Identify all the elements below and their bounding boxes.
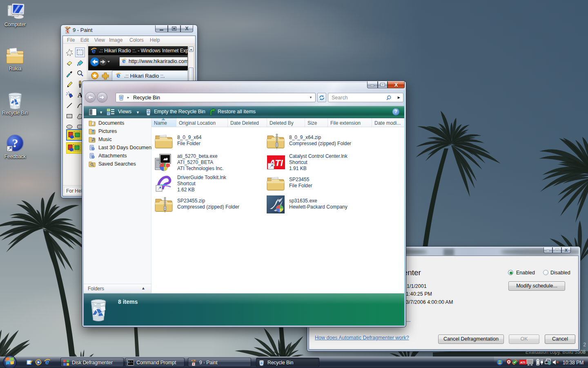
svg-text:C:\: C:\ [128,361,133,364]
svg-text:ATI: ATI [520,361,525,364]
svg-text:?: ? [12,136,18,150]
